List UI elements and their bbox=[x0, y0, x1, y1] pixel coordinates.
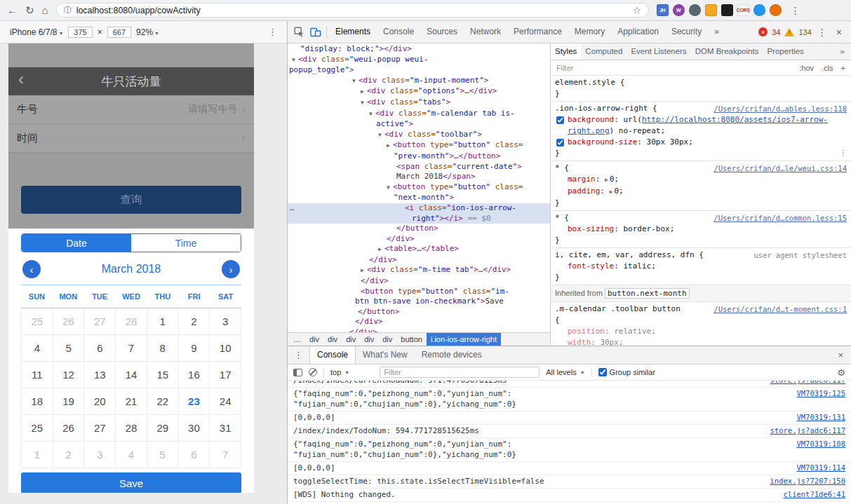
extension-icon[interactable]: CORS bbox=[737, 4, 749, 16]
calendar-day[interactable]: 3 bbox=[210, 308, 241, 334]
calendar-day[interactable]: 2 bbox=[53, 442, 85, 468]
console-tab-console[interactable]: Console bbox=[309, 346, 356, 364]
address-bar[interactable]: ⓘ localhost:8080/uapp/cowActivity ☆ bbox=[56, 3, 649, 18]
console-sidebar-icon[interactable] bbox=[293, 369, 302, 376]
console-settings-gear-icon[interactable]: ⚙ bbox=[837, 367, 845, 378]
calendar-day[interactable]: 2 bbox=[179, 308, 210, 334]
breadcrumb-item[interactable]: button bbox=[396, 333, 427, 346]
style-rule[interactable]: element.style {} bbox=[551, 76, 851, 102]
style-rule[interactable]: /Users/crifan/d…le/weui.css:14* {margin:… bbox=[551, 161, 851, 211]
calendar-day[interactable]: 17 bbox=[210, 362, 241, 388]
devtools-tab-memory[interactable]: Memory bbox=[568, 21, 611, 43]
device-toolbar-toggle-icon[interactable] bbox=[307, 23, 324, 41]
calendar-day[interactable]: 7 bbox=[210, 442, 241, 468]
devtools-tab-application[interactable]: Application bbox=[611, 21, 665, 43]
devtools-tab-elements[interactable]: Elements bbox=[329, 21, 377, 43]
dom-tree-line[interactable]: ▶<table>…</table> bbox=[288, 244, 550, 255]
sidebar-tab-properties[interactable]: Properties bbox=[763, 43, 808, 60]
style-property[interactable]: width: 30px; bbox=[555, 337, 847, 346]
devtools-tab-sources[interactable]: Sources bbox=[420, 21, 464, 43]
calendar-day[interactable]: 29 bbox=[147, 415, 179, 441]
dom-tree-line[interactable]: right"></i> == $0 bbox=[288, 214, 550, 224]
dom-tree-line[interactable]: <button type="button" class="im- bbox=[288, 287, 550, 297]
dom-tree-line[interactable]: …<i class="ion-ios-arrow- bbox=[288, 203, 550, 214]
style-property[interactable]: box-sizing: border-box; bbox=[555, 224, 847, 235]
execution-context-select[interactable]: top▼ bbox=[330, 368, 349, 376]
breadcrumb-item-selected[interactable]: i.ion-ios-arrow-right bbox=[427, 333, 501, 346]
devtools-menu-icon[interactable]: ⋮ bbox=[816, 27, 829, 38]
console-source-link[interactable]: VM70319:131 bbox=[796, 412, 845, 423]
calendar-day[interactable]: 24 bbox=[210, 388, 241, 414]
console-source-link[interactable]: client?1de6:41 bbox=[783, 489, 845, 500]
breadcrumb-item[interactable]: div bbox=[378, 333, 396, 346]
calendar-day[interactable]: 26 bbox=[53, 415, 85, 441]
style-rule[interactable]: /Users/crifan/d…ables.less:118.ion-ios-a… bbox=[551, 102, 851, 161]
calendar-day[interactable]: 12 bbox=[53, 362, 85, 388]
extension-icon[interactable] bbox=[753, 4, 765, 16]
inspect-element-icon[interactable] bbox=[290, 23, 307, 41]
calendar-day[interactable]: 22 bbox=[147, 388, 179, 414]
style-source-link[interactable]: /Users/crifan/d…le/weui.css:14 bbox=[713, 163, 847, 174]
rule-menu-icon[interactable]: ⋮ bbox=[839, 147, 847, 158]
field-row[interactable]: 牛号请填写牛号› bbox=[8, 95, 254, 124]
style-property[interactable]: position: relative; bbox=[555, 326, 847, 337]
clear-console-icon[interactable] bbox=[309, 368, 317, 376]
zoom-select[interactable]: 92%▼ bbox=[136, 27, 159, 37]
reload-icon[interactable]: ↻ bbox=[25, 5, 34, 15]
dom-tree-line[interactable]: "next-month"> bbox=[288, 193, 550, 203]
calendar-day[interactable]: 26 bbox=[53, 308, 85, 334]
dom-tree-line[interactable]: popup_toggle"> bbox=[288, 65, 550, 76]
next-month-button[interactable]: › bbox=[222, 260, 240, 278]
rule-selector[interactable]: * bbox=[555, 163, 560, 172]
style-property[interactable]: background-size: 30px 30px; bbox=[555, 137, 847, 148]
rule-selector[interactable]: * bbox=[555, 213, 560, 222]
warning-count[interactable]: 134 bbox=[798, 28, 811, 36]
breadcrumb-item[interactable]: div bbox=[360, 333, 378, 346]
console-filter-input[interactable] bbox=[380, 367, 540, 378]
dom-tree-line[interactable]: ▼<button type="button" class= bbox=[288, 182, 550, 193]
dom-tree-line[interactable]: ▼<div class="weui-popup weui- bbox=[288, 55, 550, 66]
calendar-day[interactable]: 28 bbox=[116, 308, 147, 334]
dom-tree-line[interactable]: </div> bbox=[288, 317, 550, 327]
style-source-link[interactable]: /Users/crifan/d…common.less:15 bbox=[713, 212, 847, 224]
console-source-link[interactable]: store.js?adc6:117 bbox=[770, 381, 845, 386]
dom-tree-line[interactable]: </div> bbox=[288, 327, 550, 332]
dom-tree-line[interactable]: ▼<div class="m-calendar tab is- bbox=[288, 109, 550, 120]
shorthand-expand-icon[interactable]: ▶ bbox=[610, 189, 613, 195]
property-toggle-checkbox[interactable] bbox=[556, 116, 564, 124]
calendar-day[interactable]: 1 bbox=[147, 308, 179, 334]
dom-tree-line[interactable]: </button> bbox=[288, 224, 550, 234]
console-source-link[interactable]: VM70319:114 bbox=[796, 463, 845, 473]
dom-tree-line[interactable]: </div> bbox=[288, 234, 550, 245]
calendar-day[interactable]: 3 bbox=[84, 442, 116, 468]
browser-menu-icon[interactable]: ⋮ bbox=[789, 5, 802, 16]
dom-tree-line[interactable]: March 2018</span> bbox=[288, 172, 550, 182]
back-chevron-icon[interactable]: ‹ bbox=[18, 69, 24, 89]
devtools-tab-console[interactable]: Console bbox=[377, 21, 420, 43]
console-menu-icon[interactable]: ⋮ bbox=[288, 350, 309, 360]
calendar-day[interactable]: 6 bbox=[179, 442, 210, 468]
calendar-day[interactable]: 6 bbox=[84, 335, 116, 361]
calendar-day[interactable]: 4 bbox=[21, 335, 53, 361]
calendar-day[interactable]: 18 bbox=[21, 388, 53, 414]
dom-tree-line[interactable]: </div> bbox=[288, 276, 550, 287]
style-property[interactable]: background: url(http://localhost:8080/as… bbox=[555, 114, 847, 137]
picker-tab-date[interactable]: Date bbox=[22, 234, 131, 252]
calendar-day[interactable]: 9 bbox=[179, 335, 210, 361]
calendar-day[interactable]: 25 bbox=[21, 415, 53, 441]
sidebar-tab-computed[interactable]: Computed bbox=[581, 43, 626, 60]
node-link[interactable]: button.next-month bbox=[605, 288, 690, 299]
pseudo-state-toggle[interactable]: :hov bbox=[799, 64, 814, 72]
dom-tree-line[interactable]: btn btn-save ion-checkmark">Save bbox=[288, 297, 550, 307]
style-property[interactable]: font-style: italic; bbox=[555, 261, 847, 272]
styles-filter-input[interactable]: Filter bbox=[556, 64, 799, 72]
property-toggle-checkbox[interactable] bbox=[556, 139, 564, 147]
page-info-icon[interactable]: ⓘ bbox=[64, 5, 72, 15]
device-select[interactable]: iPhone 6/7/8▼ bbox=[10, 27, 63, 37]
dom-tree-line[interactable]: ▶<div class="options">…</div> bbox=[288, 86, 550, 97]
breadcrumb-item[interactable]: div bbox=[323, 333, 342, 346]
devtools-tab-network[interactable]: Network bbox=[464, 21, 507, 43]
breadcrumb-item[interactable]: … bbox=[289, 333, 305, 346]
style-rule[interactable]: /Users/crifan/d…common.less:15* {box-siz… bbox=[551, 211, 851, 248]
error-count[interactable]: 34 bbox=[772, 28, 780, 36]
